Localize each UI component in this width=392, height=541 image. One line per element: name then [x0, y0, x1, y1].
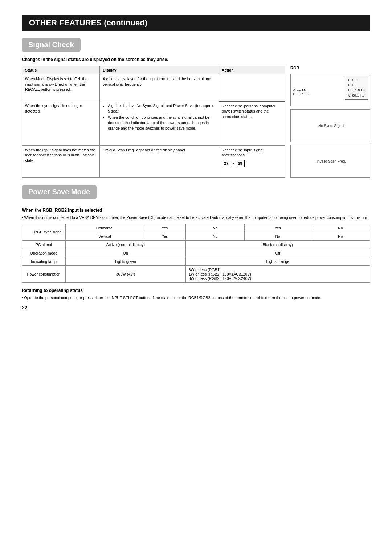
row2-action: Recheck the personal computer power swit… — [219, 101, 285, 146]
signal-check-intro: Changes in the signal status are display… — [22, 57, 370, 62]
rgb-icon1: ⊙ – – Min. — [293, 89, 309, 92]
subsection2-title: Returning to operating status — [22, 288, 370, 293]
no-sync-text: ! No Sync. Signal — [317, 124, 344, 128]
rgb-panels: RGB RGB2 RGB H: 48.4kHz V: 60.1 Hz ⊙ – –… — [290, 66, 370, 178]
table-row: Vertical Yes No No No — [22, 232, 370, 240]
op-mode-label: Operation mode — [22, 249, 66, 257]
power-save-section: Power Save Mode When the RGB, RGB2 input… — [22, 185, 370, 301]
horiz-col3: Yes — [245, 224, 311, 232]
vert-col2: No — [185, 232, 245, 240]
row1-status: When Mode Display is set to ON, the inpu… — [22, 74, 100, 101]
num-box-27: 27 — [222, 160, 230, 167]
col-header-action: Action — [219, 66, 285, 74]
power-cons-label: Power consumption — [22, 265, 66, 282]
subsection2-bullet: • Operate the personal computer, or pres… — [22, 295, 370, 301]
row2-display-bullet1: A guide displays No Sync. Signal, and Po… — [108, 103, 216, 114]
row3-action: Recheck the input signal specifications.… — [219, 145, 285, 177]
pc-signal-active: Active (normal display) — [66, 240, 186, 249]
power-cons-line3: 3W or less (RGB2 ; 120V<AC≤240V) — [189, 276, 367, 281]
page-title: OTHER FEATURES (continued) — [22, 15, 370, 31]
subsection1-title: When the RGB, RGB2 input is selected — [22, 208, 370, 213]
rgb-panel-mid: ! No Sync. Signal — [290, 109, 370, 142]
signal-check-title: Signal Check — [22, 38, 81, 52]
row2-display-bullet2: When the condition continues and the syn… — [108, 115, 216, 131]
pc-signal-label: PC signal — [22, 240, 66, 249]
row2-status: When the sync signal is no longer detect… — [22, 101, 100, 146]
lamp-label: Indicating lamp — [22, 257, 66, 265]
op-mode-off: Off — [185, 249, 370, 257]
table-row: Indicating lamp Lights green Lights oran… — [22, 257, 370, 265]
subsection1-bullet: • When this unit is connected to a VESA … — [22, 215, 370, 221]
col-header-status: Status — [22, 66, 100, 74]
horiz-col1: Yes — [144, 224, 185, 232]
vert-col4: No — [311, 232, 370, 240]
table-row: Operation mode On Off — [22, 249, 370, 257]
rgb-panel-bot: ! Invalid Scan Freq. — [290, 145, 370, 178]
power-save-title: Power Save Mode — [22, 185, 97, 199]
row3-display: "Invalid Scan Freq" appears on the displ… — [100, 145, 219, 177]
power-save-table: RGB sync signal Horizontal Yes No Yes No… — [22, 224, 370, 283]
horiz-col2: No — [185, 224, 245, 232]
signal-check-area: Status Display Action When Mode Display … — [22, 66, 370, 178]
power-cons-val: 365W (42") — [66, 265, 186, 282]
rgb-icons: ⊙ – – Min. ⊙ – – : – – — [293, 89, 309, 96]
invalid-scan-text: ! Invalid Scan Freq. — [315, 159, 346, 163]
table-row: Power consumption 365W (42") 3W or less … — [22, 265, 370, 282]
horiz-col4: No — [311, 224, 370, 232]
rgb-sync-label: RGB sync signal — [22, 224, 66, 240]
pc-signal-blank: Blank (no display) — [185, 240, 370, 249]
row1-action — [219, 74, 285, 101]
rgb-info-box: RGB2 RGB H: 48.4kHz V: 60.1 Hz — [345, 76, 368, 100]
vert-label: Vertical — [66, 232, 144, 240]
lamp-green: Lights green — [66, 257, 186, 265]
op-mode-on: On — [66, 249, 186, 257]
col-header-display: Display — [100, 66, 219, 74]
power-cons-line1: 3W or less (RGB1) — [189, 268, 367, 272]
page-number: 22 — [22, 305, 370, 310]
rgb-info-line1: RGB2 — [348, 77, 365, 82]
table-row: RGB sync signal Horizontal Yes No Yes No — [22, 224, 370, 232]
table-row: PC signal Active (normal display) Blank … — [22, 240, 370, 249]
signal-check-table: Status Display Action When Mode Display … — [22, 66, 285, 178]
rgb-info-line3: H: 48.4kHz — [348, 88, 365, 93]
lamp-orange: Lights orange — [185, 257, 370, 265]
row1-display: A guide is displayed for the input termi… — [100, 74, 219, 101]
rgb-info-line2: RGB — [348, 82, 365, 88]
rgb-info-line4: V: 60.1 Hz — [348, 93, 365, 98]
power-cons-line2: 1W or less (RGB2 ; 100V≤AC≤120V) — [189, 272, 367, 276]
table-row: When the sync signal is no longer detect… — [22, 101, 285, 146]
signal-check-section: Signal Check Changes in the signal statu… — [22, 38, 370, 178]
rgb-panel-top: RGB2 RGB H: 48.4kHz V: 60.1 Hz ⊙ – – Min… — [290, 74, 370, 106]
tilde-sep: ~ — [232, 161, 234, 166]
table-row: When the input signal does not match the… — [22, 145, 285, 177]
vert-col1: Yes — [144, 232, 185, 240]
table-row: When Mode Display is set to ON, the inpu… — [22, 74, 285, 101]
row3-action-text: Recheck the input signal specifications. — [222, 148, 263, 158]
vert-col3: No — [245, 232, 311, 240]
row3-status: When the input signal does not match the… — [22, 145, 100, 177]
num-box-29: 29 — [236, 160, 244, 167]
power-cons-blank: 3W or less (RGB1) 1W or less (RGB2 ; 100… — [185, 265, 370, 282]
rgb-icon2: ⊙ – – : – – — [293, 92, 309, 96]
rgb-label: RGB — [290, 66, 370, 70]
horiz-label: Horizontal — [66, 224, 144, 232]
row2-display: A guide displays No Sync. Signal, and Po… — [100, 101, 219, 146]
